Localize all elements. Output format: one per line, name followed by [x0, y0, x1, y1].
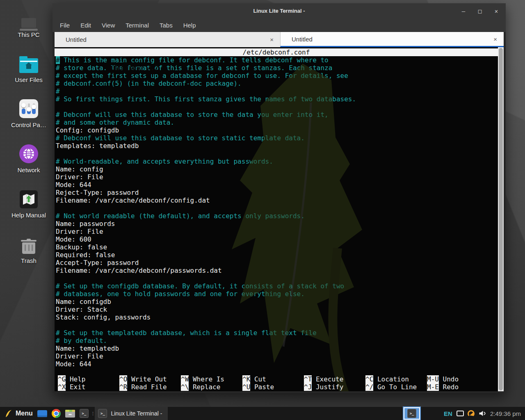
- nano-shortcut: ^J Justify: [304, 383, 365, 391]
- minimize-button[interactable]: –: [461, 8, 466, 14]
- desktop-icon-label: User Files: [4, 76, 53, 83]
- desktop-wallpaper: This PC User Files Control Pa…: [0, 0, 525, 420]
- menu-view[interactable]: View: [102, 22, 115, 29]
- nano-shortcut: M-U Undo: [427, 375, 488, 383]
- updates-available-icon[interactable]: [468, 410, 475, 417]
- menu-terminal[interactable]: Terminal: [126, 22, 149, 29]
- window-title: Linux Lite Terminal -: [52, 8, 506, 14]
- nano-line: Name: configdb: [55, 298, 498, 306]
- tab-bar: Untitled × Untitled ×: [55, 32, 504, 47]
- nano-line: Config: configdb: [55, 126, 498, 134]
- nano-shortcut: M-E Redo: [427, 383, 488, 391]
- tab-untitled-1[interactable]: Untitled ×: [55, 32, 280, 47]
- display-settings-icon[interactable]: [457, 411, 464, 416]
- nano-line: Accept-Type: password: [55, 259, 498, 267]
- chrome-browser-icon[interactable]: [51, 409, 61, 418]
- system-tray: >_ EN 2:49:36 pm: [404, 407, 523, 420]
- tasklist-handle: ⁞: [92, 411, 93, 417]
- terminal-icon: >_: [407, 409, 416, 418]
- globe-icon: [4, 142, 53, 163]
- nano-line: # databases, one to hold passwords and o…: [55, 290, 498, 298]
- nano-line: Mode: 644: [55, 181, 498, 189]
- tab-close-icon[interactable]: ×: [270, 36, 274, 43]
- nano-line: Filename: /var/cache/debconf/passwords.d…: [55, 267, 498, 274]
- nano-line: #: [55, 87, 498, 95]
- nano-line: [55, 103, 498, 111]
- nano-shortcut: ^C Location: [365, 375, 427, 383]
- nano-line: Driver: Stack: [55, 306, 498, 313]
- desktop-icon-this-pc[interactable]: This PC: [4, 7, 53, 38]
- menu-bar: FileEditViewTerminalTabsHelp: [52, 18, 506, 32]
- terminal-view[interactable]: /etc/debconf.conf GNU nano 7.2 # This is…: [55, 47, 504, 391]
- task-button-terminal[interactable]: >_ Linux Lite Terminal -: [95, 407, 168, 420]
- nano-line: Required: false: [55, 251, 498, 259]
- show-desktop-icon[interactable]: [37, 409, 47, 418]
- nano-title-bar: /etc/debconf.conf GNU nano 7.2: [55, 48, 498, 56]
- trash-icon: [4, 233, 53, 254]
- nano-editor-content[interactable]: # This is the main config file for debco…: [55, 56, 498, 368]
- terminal-icon: >_: [98, 409, 107, 418]
- nano-line: Name: passwords: [55, 220, 498, 228]
- sliders-icon: [4, 97, 53, 118]
- menu-tabs[interactable]: Tabs: [160, 22, 173, 29]
- desktop-icon-user-files[interactable]: User Files: [4, 52, 53, 83]
- nano-line: [55, 321, 498, 329]
- nano-shortcut: ^R Read File: [119, 383, 181, 391]
- nano-line: # Not world readable (the default), and …: [55, 212, 498, 220]
- desktop-icon-control-panel[interactable]: Control Pa…: [4, 97, 53, 128]
- close-button[interactable]: ✕: [493, 8, 499, 14]
- nano-line: # Debconf will use this database to stor…: [55, 111, 498, 119]
- desktop-icon-label: Help Manual: [4, 212, 53, 219]
- desktop-icon-trash[interactable]: Trash: [4, 233, 53, 264]
- tray-active-window-icon[interactable]: >_: [404, 407, 420, 420]
- file-manager-icon[interactable]: [65, 409, 75, 418]
- terminal-scrollbar[interactable]: [498, 47, 504, 391]
- menu-help[interactable]: Help: [183, 22, 196, 29]
- scrollbar-thumb[interactable]: [499, 48, 503, 390]
- menu-edit[interactable]: Edit: [80, 22, 91, 29]
- desktop-icon-help-manual[interactable]: Help Manual: [4, 187, 53, 219]
- tab-close-icon[interactable]: ×: [493, 36, 497, 43]
- nano-shortcut: ^O Write Out: [119, 375, 181, 383]
- keyboard-layout-indicator[interactable]: EN: [444, 410, 452, 417]
- folder-home-icon: [4, 52, 53, 73]
- menu-file[interactable]: File: [60, 22, 70, 29]
- tab-label: Untitled: [66, 36, 87, 43]
- nano-shortcut: ^\ Replace: [181, 383, 242, 391]
- menu-button-label: Menu: [16, 410, 33, 417]
- nano-shortcut: ^X Exit: [58, 383, 119, 391]
- nano-shortcut: ^G Help: [58, 375, 119, 383]
- nano-shortcut-bar: ^G Help^X Exit^O Write Out^R Read File^W…: [58, 375, 498, 391]
- nano-version: GNU nano 7.2: [111, 64, 159, 72]
- linux-lite-feather-icon: [5, 409, 12, 418]
- tab-untitled-2[interactable]: Untitled ×: [280, 32, 504, 47]
- nano-shortcut: ^K Cut: [242, 375, 304, 383]
- desktop-icon-network[interactable]: Network: [4, 142, 53, 173]
- nano-line: # This is the main config file for debco…: [55, 56, 498, 64]
- volume-icon[interactable]: [479, 410, 486, 417]
- nano-line: # debconf.conf(5) (in the debconf-doc pa…: [55, 80, 498, 87]
- nano-file-path: /etc/debconf.conf: [55, 48, 498, 56]
- nano-line: # So first things first. This first stan…: [55, 95, 498, 103]
- window-titlebar[interactable]: Linux Lite Terminal - – □ ✕: [52, 3, 506, 18]
- nano-shortcut: ^U Paste: [242, 383, 304, 391]
- nano-shortcut: ^W Where Is: [181, 375, 242, 383]
- nano-line: [55, 204, 498, 212]
- clock[interactable]: 2:49:36 pm: [490, 410, 523, 417]
- nano-line: # Set up the configdb database. By defau…: [55, 282, 498, 290]
- desktop-icon-label: Network: [4, 167, 53, 173]
- nano-line: Driver: File: [55, 173, 498, 181]
- terminal-window: Linux Lite Terminal - – □ ✕ FileEditView…: [52, 3, 506, 393]
- nano-line: # World-readable, and accepts everything…: [55, 158, 498, 165]
- nano-line: Driver: File: [55, 352, 498, 360]
- taskbar: Menu >_ ⁞ >_ Linux Lite Terminal - >_ EN…: [0, 407, 525, 420]
- nano-shortcut: ^T Execute: [304, 375, 365, 383]
- tab-label: Untitled: [292, 36, 313, 43]
- menu-button[interactable]: Menu: [2, 407, 35, 420]
- maximize-button[interactable]: □: [477, 8, 483, 14]
- nano-line: Stack: config, passwords: [55, 313, 498, 321]
- nano-line: # by default.: [55, 337, 498, 345]
- nano-line: Mode: 600: [55, 235, 498, 243]
- nano-line: Templates: templatedb: [55, 142, 498, 150]
- terminal-launcher-icon[interactable]: >_: [79, 409, 89, 418]
